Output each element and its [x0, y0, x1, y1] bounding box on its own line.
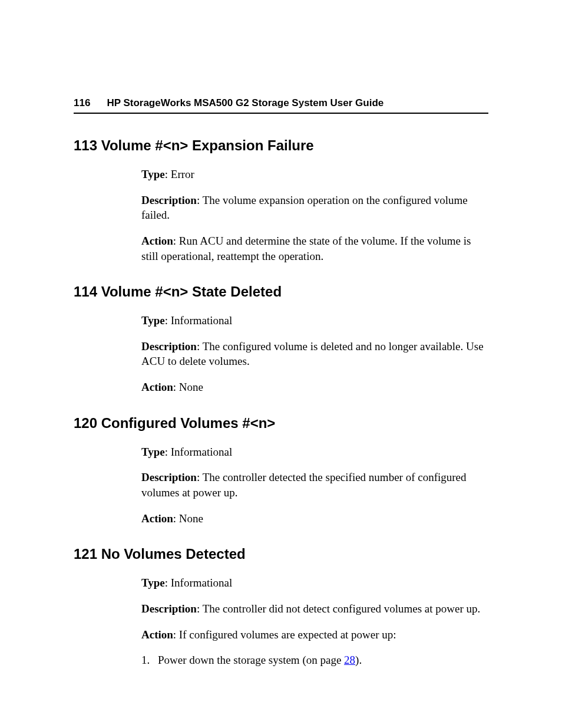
list-text-pre: Power down the storage system (on page — [158, 654, 344, 666]
description-line: Description: The controller did not dete… — [141, 601, 486, 617]
type-label: Type — [141, 446, 165, 458]
type-line: Type: Informational — [141, 575, 486, 591]
page-header: 116 HP StorageWorks MSA500 G2 Storage Sy… — [74, 97, 488, 114]
action-line: Action: Run ACU and determine the state … — [141, 233, 486, 263]
list-item-number: 1. — [141, 653, 158, 668]
list-text-post: ). — [355, 654, 362, 666]
section-body: Type: Informational Description: The con… — [74, 575, 488, 668]
type-label: Type — [141, 314, 165, 327]
section-114: 114 Volume #<n> State Deleted Type: Info… — [74, 284, 488, 395]
page-number: 116 — [74, 97, 90, 109]
description-label: Description — [141, 602, 197, 615]
document-page: 116 HP StorageWorks MSA500 G2 Storage Sy… — [0, 0, 562, 668]
section-body: Type: Informational Description: The con… — [74, 313, 488, 395]
action-label: Action — [141, 628, 173, 641]
type-label: Type — [141, 168, 165, 180]
action-label: Action — [141, 235, 173, 247]
type-value: Error — [171, 168, 194, 180]
description-label: Description — [141, 471, 197, 483]
action-value: Run ACU and determine the state of the v… — [141, 235, 471, 262]
section-heading: 113 Volume #<n> Expansion Failure — [74, 137, 488, 154]
description-value: The controller did not detect configured… — [203, 602, 481, 615]
description-label: Description — [141, 340, 197, 353]
action-line: Action: None — [141, 511, 486, 526]
type-value: Informational — [171, 314, 232, 327]
type-line: Type: Informational — [141, 444, 486, 460]
section-120: 120 Configured Volumes #<n> Type: Inform… — [74, 415, 488, 526]
section-heading: 121 No Volumes Detected — [74, 546, 488, 562]
action-label: Action — [141, 381, 173, 393]
section-body: Type: Error Description: The volume expa… — [74, 167, 488, 263]
section-113: 113 Volume #<n> Expansion Failure Type: … — [74, 137, 488, 263]
description-label: Description — [141, 194, 197, 206]
action-label: Action — [141, 512, 173, 525]
description-line: Description: The controller detected the… — [141, 470, 486, 500]
description-line: Description: The volume expansion operat… — [141, 193, 486, 223]
page-link-28[interactable]: 28 — [344, 654, 355, 666]
action-line: Action: If configured volumes are expect… — [141, 627, 486, 643]
action-value: None — [179, 381, 203, 393]
type-line: Type: Informational — [141, 313, 486, 328]
list-item: 1. Power down the storage system (on pag… — [141, 653, 486, 668]
document-title: HP StorageWorks MSA500 G2 Storage System… — [107, 97, 384, 109]
description-line: Description: The configured volume is de… — [141, 339, 486, 369]
section-heading: 114 Volume #<n> State Deleted — [74, 284, 488, 300]
section-121: 121 No Volumes Detected Type: Informatio… — [74, 546, 488, 668]
section-body: Type: Informational Description: The con… — [74, 444, 488, 526]
type-value: Informational — [171, 446, 232, 458]
action-line: Action: None — [141, 380, 486, 395]
type-value: Informational — [171, 577, 232, 589]
list-item-text: Power down the storage system (on page 2… — [158, 653, 486, 668]
action-value: None — [179, 512, 203, 525]
action-value: If configured volumes are expected at po… — [179, 628, 396, 641]
type-label: Type — [141, 577, 165, 589]
section-heading: 120 Configured Volumes #<n> — [74, 415, 488, 431]
type-line: Type: Error — [141, 167, 486, 182]
